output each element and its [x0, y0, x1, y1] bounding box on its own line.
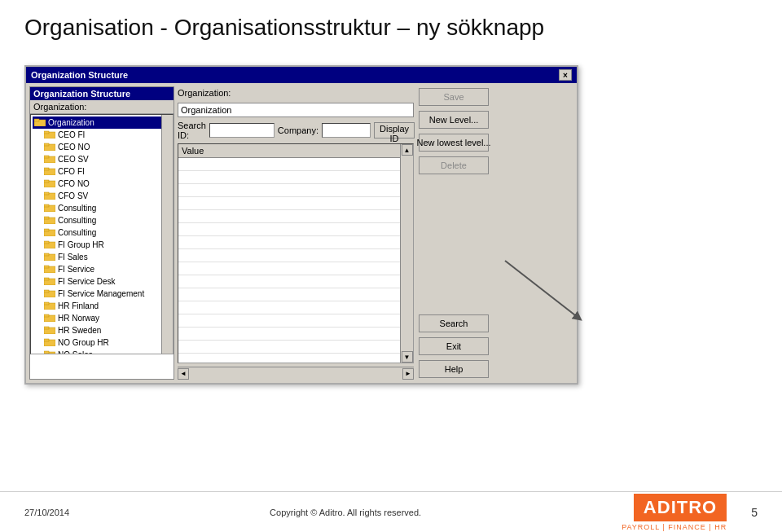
svg-rect-33	[44, 314, 49, 317]
search-button[interactable]: Search	[419, 314, 489, 332]
grid-row[interactable]	[178, 328, 413, 341]
folder-icon	[44, 350, 55, 354]
search-id-input[interactable]	[209, 123, 275, 138]
tree-item[interactable]: NO Group HR	[33, 336, 171, 349]
svg-rect-31	[44, 302, 49, 305]
tree-item-label: CEO FI	[58, 130, 85, 139]
tree-item-label: HR Norway	[58, 314, 99, 323]
grid-vertical-scrollbar[interactable]: ▲ ▼	[400, 144, 413, 363]
tree-item-label: Consulting	[58, 204, 96, 213]
dialog-titlebar: Organization Structure ×	[26, 67, 577, 83]
svg-rect-39	[44, 351, 49, 354]
tree-item[interactable]: FI Service Desk	[33, 275, 171, 288]
tree-item[interactable]: NO Sales	[33, 349, 171, 354]
tree-item[interactable]: CFO SV	[33, 190, 171, 202]
grid-header: Value	[178, 144, 413, 158]
footer: 27/10/2014 Copyright © Aditro. All right…	[0, 491, 782, 532]
grid-rows	[178, 158, 413, 354]
tree-item[interactable]: Consulting	[33, 226, 171, 239]
tree-item[interactable]: CFO NO	[33, 178, 171, 190]
page-title: Organisation - Organisationsstruktur – n…	[0, 0, 782, 49]
svg-rect-37	[44, 339, 49, 341]
tree-item-label: FI Sales	[58, 253, 88, 262]
dialog-body: Organization Structure Organization: Org…	[26, 83, 577, 383]
grid-row[interactable]	[178, 314, 413, 328]
grid-row[interactable]	[178, 288, 413, 301]
middle-panel: Organization: Search ID: Company: Displa…	[178, 86, 414, 380]
folder-icon	[44, 178, 55, 189]
tree-item-label: CFO SV	[58, 191, 88, 200]
svg-rect-13	[44, 192, 49, 195]
footer-logo: ADITRO PAYROLL | FINANCE | HR	[622, 494, 727, 531]
delete-button[interactable]: Delete	[419, 156, 489, 174]
display-id-button[interactable]: Display ID	[374, 122, 415, 138]
tree-item[interactable]: CEO SV	[33, 153, 171, 165]
new-lowest-level-button[interactable]: New lowest level...	[419, 134, 489, 152]
tree-item-label: Organization	[48, 118, 94, 127]
tree-item-label: NO Group HR	[58, 338, 109, 347]
tree-item-label: CFO NO	[58, 179, 90, 188]
grid-row[interactable]	[178, 262, 413, 275]
grid-row[interactable]	[178, 158, 413, 171]
dialog-title: Organization Structure	[31, 70, 128, 80]
grid-row[interactable]	[178, 341, 413, 354]
svg-rect-35	[44, 327, 49, 329]
new-level-button[interactable]: New Level...	[419, 111, 489, 129]
folder-icon	[44, 215, 55, 226]
exit-button[interactable]: Exit	[419, 337, 489, 355]
folder-icon	[44, 142, 55, 152]
folder-icon	[34, 117, 46, 128]
grid-row[interactable]	[178, 210, 413, 223]
footer-page-number: 5	[751, 506, 758, 519]
grid-row[interactable]	[178, 249, 413, 262]
grid-row[interactable]	[178, 275, 413, 288]
tree-item[interactable]: Consulting	[33, 202, 171, 214]
grid-row[interactable]	[178, 184, 413, 197]
folder-icon	[44, 240, 55, 250]
tree-item[interactable]: FI Sales	[33, 251, 171, 263]
tree-item[interactable]: HR Norway	[33, 312, 171, 324]
tree-item-label: NO Sales	[58, 350, 93, 354]
h-scroll-left-button[interactable]: ◄	[178, 368, 189, 380]
svg-rect-19	[44, 229, 49, 231]
h-scroll-right-button[interactable]: ►	[402, 368, 414, 380]
save-button[interactable]: Save	[419, 88, 489, 106]
dialog-close-button[interactable]: ×	[559, 69, 572, 81]
tree-item[interactable]: CFO FI	[33, 165, 171, 178]
search-row: Search ID: Company: Display ID	[178, 121, 414, 140]
horizontal-scrollbar[interactable]: ◄ ►	[178, 367, 414, 380]
tree-item[interactable]: FI Group HR	[33, 239, 171, 251]
grid-row[interactable]	[178, 197, 413, 210]
folder-icon	[44, 191, 55, 201]
org-header-label: Organization:	[178, 86, 414, 99]
tree-item-label: FI Service Desk	[58, 277, 116, 286]
folder-icon	[44, 288, 55, 299]
org-name-input[interactable]	[178, 103, 414, 117]
tree-item[interactable]: CEO NO	[33, 141, 171, 153]
svg-rect-23	[44, 253, 49, 256]
tree-item[interactable]: Organization	[33, 117, 171, 129]
search-id-label: Search ID:	[178, 121, 206, 140]
tree-item[interactable]: HR Finland	[33, 300, 171, 312]
tree-scrollbar[interactable]	[161, 115, 173, 354]
tree-item[interactable]: HR Sweden	[33, 324, 171, 336]
tree-item[interactable]: CEO FI	[33, 129, 171, 141]
tree-item-label: Consulting	[58, 228, 96, 237]
scrollbar-thumb[interactable]	[402, 156, 413, 351]
grid-row[interactable]	[178, 301, 413, 314]
logo-text: ADITRO	[634, 494, 727, 521]
help-button[interactable]: Help	[419, 360, 489, 378]
grid-row[interactable]	[178, 223, 413, 236]
tree-item[interactable]: FI Service	[33, 263, 171, 275]
tree-item[interactable]: Consulting	[33, 214, 171, 226]
folder-icon	[44, 166, 55, 177]
scrollbar-down-button[interactable]: ▼	[402, 351, 413, 363]
grid-row[interactable]	[178, 171, 413, 184]
svg-rect-21	[44, 241, 49, 244]
company-input[interactable]	[322, 123, 371, 138]
grid-row[interactable]	[178, 236, 413, 249]
scrollbar-up-button[interactable]: ▲	[402, 144, 413, 156]
tree-container[interactable]: Organization CEO FI CEO NO CEO SV CFO FI…	[30, 114, 174, 354]
folder-icon	[44, 203, 55, 213]
tree-item[interactable]: FI Service Management	[33, 288, 171, 300]
